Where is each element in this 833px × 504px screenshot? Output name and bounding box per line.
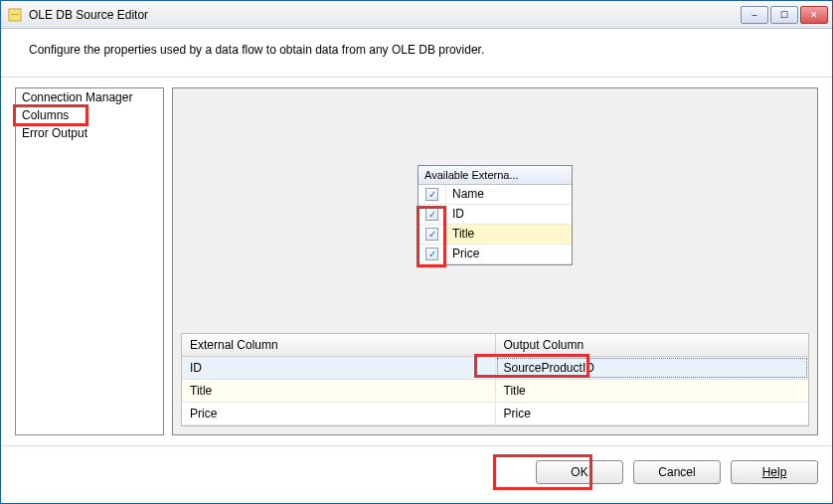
mapping-header-output: Output Column	[496, 334, 809, 356]
mapping-external-cell: Price	[182, 403, 496, 424]
checkbox-icon: ✓	[425, 228, 438, 241]
mapping-header-row: External Column Output Column	[182, 334, 808, 357]
available-column-name: ID	[446, 205, 572, 224]
minimize-icon: –	[751, 10, 756, 20]
minimize-button[interactable]: –	[741, 6, 768, 24]
cancel-button[interactable]: Cancel	[633, 460, 721, 484]
available-column-row[interactable]: ✓Title	[418, 225, 572, 245]
ok-button[interactable]: OK	[536, 460, 623, 484]
mapping-header-external: External Column	[182, 334, 496, 356]
nav-item-error-output[interactable]: Error Output	[16, 124, 163, 142]
app-icon	[7, 7, 23, 23]
cancel-button-label: Cancel	[658, 465, 695, 479]
available-column-name: Title	[446, 225, 572, 244]
checkbox-cell[interactable]: ✓	[418, 205, 446, 224]
mapping-output-cell[interactable]: Title	[496, 380, 809, 402]
mapping-external-cell: Title	[182, 380, 496, 402]
available-column-row[interactable]: ✓ID	[418, 205, 572, 225]
available-columns-box: Available Externa... ✓Name✓ID✓Title✓Pric…	[417, 165, 573, 265]
svg-rect-1	[11, 14, 19, 15]
available-column-name: Name	[446, 185, 572, 204]
window-controls: – ☐ ✕	[741, 6, 828, 24]
checkbox-icon: ✓	[425, 188, 438, 201]
mapping-output-cell[interactable]: SourceProductID	[496, 357, 809, 379]
ok-button-label: OK	[571, 465, 587, 479]
checkbox-icon: ✓	[425, 248, 438, 260]
titlebar: OLE DB Source Editor – ☐ ✕	[1, 1, 832, 29]
nav-item-columns[interactable]: Columns	[16, 106, 163, 124]
available-columns-header: Available Externa...	[418, 166, 572, 185]
mapping-output-cell[interactable]: Price	[496, 403, 809, 424]
available-column-row[interactable]: ✓Name	[418, 185, 572, 205]
maximize-button[interactable]: ☐	[770, 6, 798, 24]
checkbox-cell[interactable]: ✓	[418, 245, 446, 263]
checkbox-cell[interactable]: ✓	[418, 225, 446, 244]
checkbox-icon: ✓	[425, 208, 438, 221]
mapping-row[interactable]: PricePrice	[182, 403, 808, 425]
nav-item-connection-manager[interactable]: Connection Manager	[16, 88, 163, 106]
available-column-row[interactable]: ✓Price	[418, 245, 572, 264]
close-button[interactable]: ✕	[800, 6, 828, 24]
description-text: Configure the properties used by a data …	[1, 29, 832, 78]
maximize-icon: ☐	[780, 10, 788, 20]
available-column-name: Price	[446, 245, 572, 263]
available-columns-wrap: Available Externa... ✓Name✓ID✓Title✓Pric…	[181, 96, 809, 333]
main-area: Connection Manager Columns Error Output …	[1, 78, 832, 435]
mapping-grid: External Column Output Column IDSourcePr…	[181, 333, 809, 426]
footer: OK Cancel Help	[1, 445, 832, 498]
mapping-row[interactable]: TitleTitle	[182, 380, 808, 403]
help-button-label: Help	[762, 465, 787, 479]
window-title: OLE DB Source Editor	[29, 8, 741, 22]
close-icon: ✕	[810, 10, 818, 20]
help-button[interactable]: Help	[731, 460, 818, 484]
mapping-external-cell: ID	[182, 357, 496, 379]
mapping-row[interactable]: IDSourceProductID	[182, 357, 808, 380]
checkbox-cell[interactable]: ✓	[418, 185, 446, 204]
nav-panel: Connection Manager Columns Error Output	[15, 87, 164, 435]
content-panel: Available Externa... ✓Name✓ID✓Title✓Pric…	[172, 87, 818, 435]
